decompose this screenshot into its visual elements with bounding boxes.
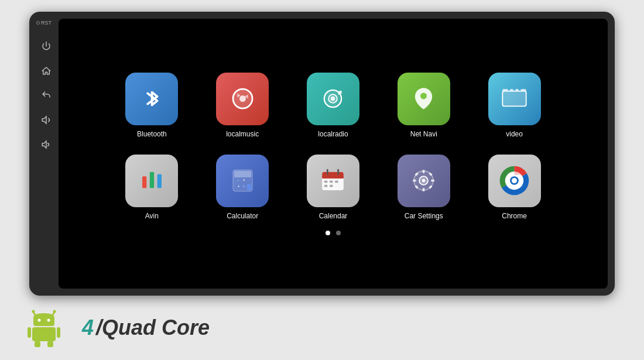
app-item-calculator[interactable]: - × + = Calculator bbox=[204, 155, 281, 220]
bottom-section: 4 /Quad Core bbox=[0, 296, 644, 360]
avin-label: Avin bbox=[145, 212, 159, 220]
calendar-symbol bbox=[317, 164, 349, 197]
svg-text:=: = bbox=[242, 184, 245, 189]
svg-rect-39 bbox=[431, 180, 435, 182]
svg-rect-28 bbox=[324, 181, 328, 183]
volume-up-icon bbox=[41, 115, 52, 125]
quad-core-label: /Quad Core bbox=[96, 316, 210, 340]
netnavi-icon bbox=[398, 73, 450, 125]
volume-up-button[interactable] bbox=[37, 111, 55, 129]
svg-point-52 bbox=[38, 319, 41, 322]
power-button[interactable] bbox=[37, 37, 55, 55]
netnavi-label: Net Navi bbox=[410, 130, 437, 138]
svg-rect-38 bbox=[413, 180, 416, 182]
avin-icon bbox=[125, 155, 178, 207]
chrome-symbol bbox=[498, 164, 530, 197]
svg-point-4 bbox=[331, 97, 335, 101]
app-item-video[interactable]: video bbox=[476, 73, 553, 138]
calendar-icon bbox=[307, 155, 359, 207]
volume-down-icon bbox=[41, 139, 52, 150]
left-sidebar: RST bbox=[34, 19, 59, 289]
home-icon bbox=[41, 66, 52, 76]
svg-rect-12 bbox=[521, 89, 526, 91]
app-item-chrome[interactable]: Chrome bbox=[476, 155, 553, 220]
svg-text:+: + bbox=[237, 184, 239, 189]
android-robot-icon bbox=[26, 307, 61, 348]
page-dot-2[interactable] bbox=[336, 231, 341, 235]
android-robot bbox=[23, 304, 64, 351]
svg-rect-32 bbox=[330, 185, 333, 187]
rst-label: RST bbox=[36, 20, 52, 26]
svg-point-35 bbox=[422, 179, 426, 183]
svg-rect-30 bbox=[335, 181, 339, 183]
svg-rect-56 bbox=[57, 327, 60, 338]
localmusic-symbol bbox=[227, 83, 259, 115]
calculator-label: Calculator bbox=[227, 212, 258, 220]
netnavi-symbol bbox=[407, 83, 440, 115]
quad-core-number: 4 bbox=[82, 316, 94, 340]
device-shell: RST bbox=[29, 12, 615, 296]
main-screen: Bluetooth localmusic bbox=[59, 19, 608, 289]
calculator-symbol: - × + = bbox=[227, 164, 259, 197]
svg-rect-22 bbox=[247, 184, 251, 190]
bluetooth-label: Bluetooth bbox=[137, 130, 167, 138]
svg-rect-14 bbox=[150, 172, 154, 188]
svg-rect-15 bbox=[157, 174, 162, 188]
rst-text: RST bbox=[41, 20, 52, 26]
svg-rect-13 bbox=[142, 176, 146, 188]
video-icon bbox=[488, 73, 541, 125]
chrome-icon bbox=[488, 155, 541, 207]
volume-down-button[interactable] bbox=[37, 136, 55, 153]
svg-rect-37 bbox=[423, 188, 425, 191]
app-item-avin[interactable]: Avin bbox=[114, 155, 190, 220]
localmusic-icon bbox=[216, 73, 269, 125]
video-symbol bbox=[498, 83, 530, 115]
page-dot-1[interactable] bbox=[326, 231, 330, 235]
svg-rect-36 bbox=[423, 170, 425, 173]
svg-point-1 bbox=[239, 95, 246, 102]
app-item-carsettings[interactable]: Car Settings bbox=[385, 155, 462, 220]
back-button[interactable] bbox=[37, 87, 55, 104]
app-grid: Bluetooth localmusic bbox=[114, 73, 553, 220]
quad-core-container: 4 /Quad Core bbox=[82, 316, 210, 340]
rst-dot bbox=[36, 21, 40, 25]
app-item-bluetooth[interactable]: Bluetooth bbox=[114, 73, 190, 138]
bluetooth-icon bbox=[125, 73, 178, 125]
svg-rect-10 bbox=[510, 89, 513, 91]
svg-rect-25 bbox=[323, 176, 344, 179]
avin-symbol bbox=[136, 164, 168, 197]
carsettings-symbol bbox=[407, 164, 440, 197]
app-item-localmusic[interactable]: localmusic bbox=[204, 73, 281, 138]
localradio-symbol bbox=[317, 83, 349, 115]
app-item-netnavi[interactable]: Net Navi bbox=[385, 73, 462, 138]
svg-rect-54 bbox=[32, 327, 56, 341]
svg-point-7 bbox=[420, 92, 427, 99]
localmusic-label: localmusic bbox=[226, 130, 259, 138]
svg-rect-9 bbox=[502, 89, 508, 91]
svg-rect-55 bbox=[28, 327, 31, 338]
app-item-localradio[interactable]: localradio bbox=[295, 73, 372, 138]
svg-point-47 bbox=[512, 178, 517, 183]
back-icon bbox=[41, 90, 52, 101]
svg-rect-11 bbox=[515, 89, 519, 91]
svg-rect-57 bbox=[35, 341, 40, 347]
svg-point-49 bbox=[32, 310, 35, 313]
bluetooth-symbol bbox=[136, 83, 168, 115]
svg-rect-29 bbox=[330, 181, 333, 183]
calendar-label: Calendar bbox=[319, 212, 348, 220]
localradio-icon bbox=[307, 73, 359, 125]
svg-text:×: × bbox=[242, 177, 245, 183]
svg-point-51 bbox=[53, 310, 56, 313]
home-button[interactable] bbox=[37, 62, 55, 80]
svg-rect-17 bbox=[234, 171, 251, 177]
app-item-calendar[interactable]: Calendar bbox=[295, 155, 372, 220]
svg-rect-58 bbox=[47, 341, 53, 347]
power-icon bbox=[41, 41, 52, 52]
calculator-icon: - × + = bbox=[216, 155, 269, 207]
svg-rect-8 bbox=[502, 91, 526, 107]
carsettings-label: Car Settings bbox=[405, 212, 443, 220]
carsettings-icon bbox=[398, 155, 450, 207]
chrome-label: Chrome bbox=[502, 212, 527, 220]
video-label: video bbox=[506, 130, 523, 138]
svg-point-53 bbox=[47, 319, 50, 322]
